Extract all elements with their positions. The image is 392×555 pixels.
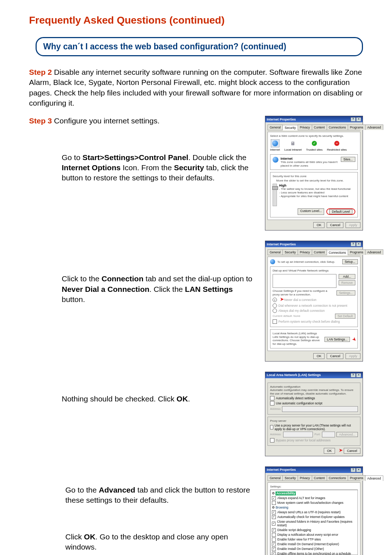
cancel-button[interactable]: Cancel	[327, 353, 343, 359]
list-item[interactable]: Close unused folders in History and Favo…	[272, 520, 356, 527]
list-item[interactable]: Always expand ALT text for images	[272, 496, 356, 500]
settings-button[interactable]: Settings...	[336, 290, 355, 295]
help-icon[interactable]: ?	[351, 468, 356, 472]
tab-general[interactable]: General	[268, 475, 283, 481]
setup-button[interactable]: Setup...	[342, 259, 358, 264]
dial-list[interactable]	[273, 274, 336, 288]
proxy-port-input[interactable]	[322, 432, 335, 437]
close-icon[interactable]: ×	[356, 373, 361, 378]
item-label: Enable Install On Demand (Internet Explo…	[277, 542, 339, 546]
remove-button[interactable]: Remove	[339, 280, 355, 285]
tab-content[interactable]: Content	[312, 125, 327, 130]
zone-restricted[interactable]: –Restricted sites	[327, 139, 347, 151]
security-slider[interactable]	[273, 184, 277, 206]
set-default-button[interactable]: Set Default	[335, 314, 355, 319]
radio-label: Dial whenever a network connection is no…	[278, 304, 347, 307]
zone-internet[interactable]: Internet	[270, 139, 280, 151]
t: . Click the	[150, 285, 185, 293]
tab-advanced[interactable]: Advanced	[365, 476, 383, 481]
lan-settings-button[interactable]: LAN Settings...	[324, 337, 350, 342]
check-icon: ✓	[312, 141, 317, 146]
radio-dial-when-no-net[interactable]: Dial whenever a network connection is no…	[273, 303, 355, 308]
proxy-group-label: Proxy server	[270, 419, 358, 423]
help-icon[interactable]: ?	[351, 373, 356, 378]
chk-label: Perform system security check before dia…	[278, 320, 340, 323]
step3-label: Step 3	[29, 117, 52, 125]
radio-label: Always dial my default connection	[278, 309, 325, 313]
chk-sys-security[interactable]: Perform system security check before dia…	[273, 319, 355, 324]
tab-security[interactable]: Security	[282, 249, 298, 255]
tab-programs[interactable]: Programs	[348, 249, 366, 255]
dialog-title: Local Area Network (LAN) Settings	[267, 373, 321, 377]
list-item[interactable]: Enable offline items to be synchronized …	[272, 552, 356, 555]
list-item[interactable]: Enable Install On Demand (Internet Explo…	[272, 542, 356, 546]
zone-trusted[interactable]: ✓Trusted sites	[306, 139, 323, 151]
window-buttons: ?×	[350, 242, 361, 246]
t: Start>Settings>Control Panel	[82, 153, 188, 162]
tab-security[interactable]: Security	[282, 475, 298, 481]
item-label: Always expand ALT text for images	[277, 496, 325, 500]
security-panel: Select a Web content zone to specify its…	[268, 132, 360, 220]
chk-auto-script[interactable]: Use automatic configuration script	[270, 401, 358, 405]
list-item[interactable]: Disable script debugging	[272, 528, 356, 532]
t: LAN Settings	[185, 285, 233, 293]
tab-content[interactable]: Content	[312, 475, 327, 481]
cancel-button[interactable]: Cancel	[344, 448, 360, 454]
advanced-settings-list[interactable]: ⚙ Accessibility Always expand ALT text f…	[270, 490, 358, 555]
tab-general[interactable]: General	[268, 249, 283, 255]
list-item[interactable]: Always send URLs as UTF-8 (requires rest…	[272, 510, 356, 514]
proxy-advanced-button[interactable]: Advanced...	[336, 432, 358, 437]
default-level-button[interactable]: Default Level	[329, 209, 352, 214]
chk-bypass-local[interactable]: Bypass proxy server for local addresses	[270, 438, 358, 442]
ok-button[interactable]: OK	[313, 222, 324, 228]
tab-privacy[interactable]: Privacy	[298, 125, 312, 130]
radio-always-dial[interactable]: Always dial my default connection	[273, 309, 355, 313]
list-item[interactable]: Enable Install On Demand (Other)	[272, 547, 356, 551]
close-icon[interactable]: ×	[356, 242, 361, 246]
t: Never Dial a Connection	[62, 285, 150, 293]
globe-icon	[270, 259, 275, 264]
tab-programs[interactable]: Programs	[348, 475, 366, 481]
sites-button[interactable]: Sites...	[341, 157, 355, 162]
tab-advanced[interactable]: Advanced	[365, 249, 383, 255]
radio-never-dial[interactable]: ●➤Never dial a connection	[273, 297, 355, 303]
tab-privacy[interactable]: Privacy	[298, 249, 312, 255]
ok-button[interactable]: OK	[313, 353, 324, 359]
proxy-port-label: Port:	[314, 433, 320, 436]
tab-privacy[interactable]: Privacy	[298, 475, 312, 481]
cancel-button[interactable]: Cancel	[327, 222, 343, 228]
tab-content[interactable]: Content	[312, 249, 327, 255]
list-item[interactable]: Display a notification about every scrip…	[272, 533, 356, 537]
chk-use-proxy[interactable]: Use a proxy server for your LAN (These s…	[270, 424, 358, 431]
add-button[interactable]: Add...	[339, 274, 355, 279]
tab-connections[interactable]: Connections	[327, 250, 348, 255]
ok-button[interactable]: OK	[324, 448, 335, 454]
chk-auto-detect[interactable]: Automatically detect settings	[270, 396, 358, 400]
help-icon[interactable]: ?	[351, 117, 356, 122]
list-item[interactable]: Move system caret with focus/selection c…	[272, 501, 356, 505]
tab-programs[interactable]: Programs	[348, 125, 366, 130]
red-arrow-icon: ➤	[280, 296, 284, 302]
close-icon[interactable]: ×	[356, 117, 361, 122]
dialog-lan-settings: Local Area Network (LAN) Settings ?× Aut…	[265, 372, 363, 456]
list-item[interactable]: Enable folder view for FTP sites	[272, 538, 356, 542]
question-text: Why can´t I access the web based configu…	[43, 42, 355, 52]
help-icon[interactable]: ?	[351, 242, 356, 246]
tab-connections[interactable]: Connections	[327, 475, 348, 481]
group-browsing: Browsing	[275, 506, 288, 509]
tab-advanced[interactable]: Advanced	[365, 125, 383, 130]
custom-level-button[interactable]: Custom Level...	[298, 208, 324, 215]
close-icon[interactable]: ×	[356, 468, 361, 472]
apply-button[interactable]: Apply	[346, 222, 360, 228]
tab-general[interactable]: General	[268, 125, 283, 130]
apply-button[interactable]: Apply	[346, 353, 360, 359]
tab-connections[interactable]: Connections	[327, 125, 348, 130]
dialog-title: Internet Properties	[267, 468, 296, 472]
tab-security[interactable]: Security	[282, 125, 298, 130]
script-address-input[interactable]	[282, 406, 358, 412]
step2-text: Disable any internet security software r…	[29, 68, 363, 107]
list-item[interactable]: Automatically check for Internet Explore…	[272, 515, 356, 519]
zone-local-intranet[interactable]: 🖥Local intranet	[284, 139, 302, 151]
proxy-address-input[interactable]	[283, 432, 313, 437]
group-accessibility: Accessibility	[275, 491, 296, 495]
